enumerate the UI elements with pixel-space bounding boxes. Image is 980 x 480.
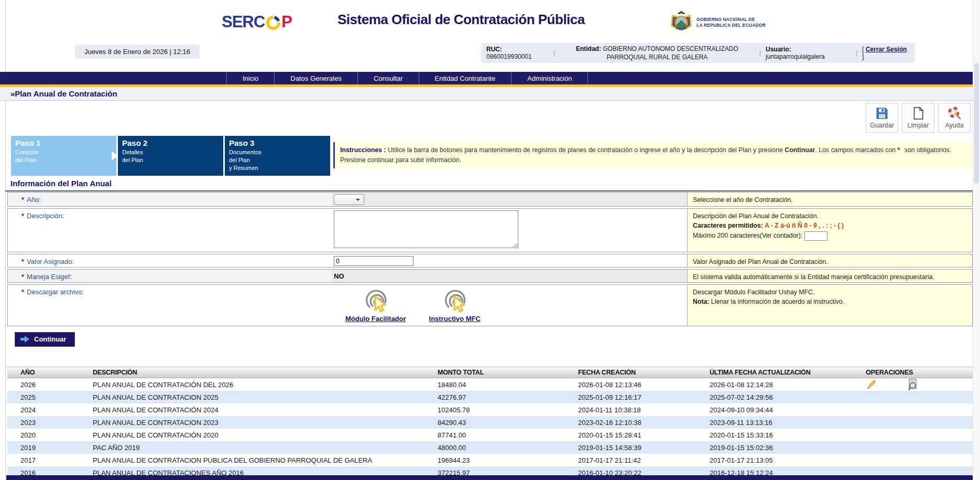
title-bar: »Plan Anual de Contratación xyxy=(0,87,980,101)
col-header-actualizacion: ÚLTIMA FECHA ACTUALIZACIÓN xyxy=(710,369,861,376)
sercop-logo: SERC P xyxy=(222,13,292,31)
entity-label: Entidad: xyxy=(576,45,601,52)
session-bar: RUC: 0860019930001 | Entidad: GOBIERNO A… xyxy=(481,43,915,63)
gov-text-line1: GOBIERNO NACIONAL DE xyxy=(696,17,766,23)
col-header-descripcion: DESCRIPCIÓN xyxy=(93,369,438,376)
form-row-valor: *Valor Asignado: Valor Asignado del Plan… xyxy=(7,254,973,268)
cell-anio: 2025 xyxy=(7,393,93,401)
step-3-line2: del Plan xyxy=(229,156,326,164)
form-row-anio: *Año: Seleccione el año de Contratación. xyxy=(7,192,973,207)
app-title: Sistema Oficial de Contratación Pública xyxy=(337,12,585,28)
click-download-icon[interactable] xyxy=(441,287,469,314)
anio-label: Año: xyxy=(27,196,41,204)
ruc-field: RUC: 0860019930001 xyxy=(486,46,549,60)
descripcion-input-cell xyxy=(332,209,687,252)
sercop-circle-arrow-icon xyxy=(266,15,281,30)
step-1-line1: Creación xyxy=(15,148,112,156)
char-counter-input[interactable] xyxy=(804,231,827,241)
allowed-chars-value: A - Z á-ú ñ Ñ 0 - 9 , . : ; - ( ) xyxy=(765,222,844,229)
life-ring-help-icon xyxy=(948,106,961,120)
table-row: 2020 PLAN ANUAL DE CONTRATACIÓN 2020 877… xyxy=(7,429,973,441)
anio-input-cell xyxy=(332,193,687,206)
cell-monto: 196944.23 xyxy=(438,456,578,464)
modulo-facilitador-link[interactable]: Módulo Facilitador xyxy=(345,315,406,323)
cell-actualizacion: 2019-01-15 15:02:36 xyxy=(710,444,861,452)
cell-monto: 18480.04 xyxy=(438,381,578,389)
toolbar: Guardar Limpiar Ayuda xyxy=(866,103,971,133)
instructions-bold-continuar: Continuar xyxy=(785,146,815,154)
separator: | xyxy=(759,49,761,57)
step-2-line2: del Plan xyxy=(122,156,219,164)
required-asterisk: * xyxy=(21,273,24,281)
user-field: Usuario: juntaparroquialgalera xyxy=(766,46,851,60)
entity-field: Entidad: GOBIERNO AUTONOMO DESCENTRALIZA… xyxy=(560,45,755,61)
descargar-label-cell: *Descargar archivo: xyxy=(8,285,332,326)
table-row: 2026 PLAN ANUAL DE CONTRATACIÓN DEL 2026… xyxy=(7,378,973,391)
vertical-scrollbar[interactable] xyxy=(973,0,980,480)
download-links: Módulo Facilitador Instructivo MFC xyxy=(332,285,687,323)
esigef-value-cell: NO xyxy=(332,270,687,282)
required-asterisk: * xyxy=(21,212,24,220)
nav-item-datos-generales[interactable]: Datos Generales xyxy=(274,72,357,84)
cell-actualizacion: 2020-01-15 15:33:16 xyxy=(710,431,861,439)
continue-button[interactable]: Continuar xyxy=(15,332,75,347)
cell-creacion: 2023-02-16 12:10:38 xyxy=(578,419,710,426)
floppy-disk-icon xyxy=(875,106,889,120)
anio-label-cell: *Año: xyxy=(8,193,332,206)
required-asterisk: * xyxy=(21,258,24,265)
logout-wrap: [ Cerrar Sesión ] xyxy=(862,46,910,60)
datetime-display: Jueves 8 de Enero de 2026 | 12:16 xyxy=(75,45,200,59)
cell-actualizacion: 2017-01-17 21:13:05 xyxy=(710,456,861,464)
nav-item-inicio[interactable]: Inicio xyxy=(226,72,274,84)
save-button-label: Guardar xyxy=(870,122,894,129)
page-title: »Plan Anual de Contratación xyxy=(10,89,117,98)
valor-label-cell: *Valor Asignado: xyxy=(8,254,332,267)
plans-table: AÑO DESCRIPCIÓN MONTO TOTAL FECHA CREACI… xyxy=(7,367,973,479)
cell-creacion: 2017-01-17 21:11:42 xyxy=(578,456,710,464)
clear-button[interactable]: Limpiar xyxy=(902,103,934,133)
esigef-label: Maneja Esigef: xyxy=(27,273,72,281)
cell-creacion: 2019-01-15 14:58:39 xyxy=(578,444,710,452)
anio-select[interactable] xyxy=(334,194,364,205)
cell-descripcion: PLAN ANUAL DE CONTRATACION 2025 xyxy=(93,393,438,401)
save-button[interactable]: Guardar xyxy=(866,103,898,133)
nota-label: Nota: xyxy=(693,298,709,305)
esigef-value: NO xyxy=(332,270,687,280)
nav-item-administracion[interactable]: Administración xyxy=(511,72,588,84)
logout-link[interactable]: Cerrar Sesión xyxy=(866,46,907,53)
anio-help-cell: Seleccione el año de Contratación. xyxy=(687,193,972,206)
form-row-esigef: *Maneja Esigef: NO El sistema valida aut… xyxy=(7,269,973,283)
descripcion-textarea[interactable] xyxy=(334,210,518,248)
help-button[interactable]: Ayuda xyxy=(938,103,971,133)
valor-label: Valor Asignado: xyxy=(27,258,74,265)
valor-input[interactable] xyxy=(334,256,413,266)
step-3-line1: Documentos xyxy=(229,148,326,156)
sercop-logo-p: P xyxy=(281,13,292,31)
step-1: Paso 1 Creación del Plan xyxy=(11,136,116,176)
cell-descripcion: PLAN ANUAL DE CONTRATACION 2023 xyxy=(93,419,438,426)
click-download-icon[interactable] xyxy=(362,287,389,314)
instructivo-mfc-link[interactable]: Instructivo MFC xyxy=(429,315,481,323)
step-1-line2: del Plan xyxy=(15,156,112,164)
cell-anio: 2020 xyxy=(7,431,93,439)
step-3-title: Paso 3 xyxy=(229,138,326,147)
esigef-help-cell: El sistema valida automáticamente si la … xyxy=(687,270,972,282)
scrollbar-thumb[interactable] xyxy=(974,63,979,184)
table-row: 2017 PLAN ANUAL DE CONTRATACION PUBLICA … xyxy=(7,454,973,466)
nav-item-entidad-contratante[interactable]: Entidad Contratante xyxy=(419,72,511,84)
cell-creacion: 2026-01-08 12:13:46 xyxy=(578,381,710,389)
cell-creacion: 2020-01-15 15:28:41 xyxy=(578,431,710,439)
cell-creacion: 2025-01-09 12:16:17 xyxy=(578,393,710,401)
nav-item-consultar[interactable]: Consultar xyxy=(357,72,419,84)
descargar-links-cell: Módulo Facilitador Instructivo MFC xyxy=(332,285,687,326)
table-row: 2019 PAC AÑO 2019 48000.00 2019-01-15 14… xyxy=(7,441,973,454)
descargar-help-line1: Descargar Módulo Facilitador Ushay MFC. xyxy=(693,287,967,297)
blank-page-icon xyxy=(911,106,925,120)
view-document-icon[interactable] xyxy=(908,379,919,390)
descargar-help-line2: Nota: Llenar la información de acuerdo a… xyxy=(693,297,967,306)
footer-bar xyxy=(6,475,973,480)
wizard-steps: Paso 1 Creación del Plan Paso 2 Detalles… xyxy=(11,136,330,176)
edit-pencil-icon[interactable] xyxy=(866,379,877,390)
gov-text-line2: LA REPUBLICA DEL ECUADOR xyxy=(696,23,766,28)
required-asterisk: * xyxy=(21,288,24,296)
